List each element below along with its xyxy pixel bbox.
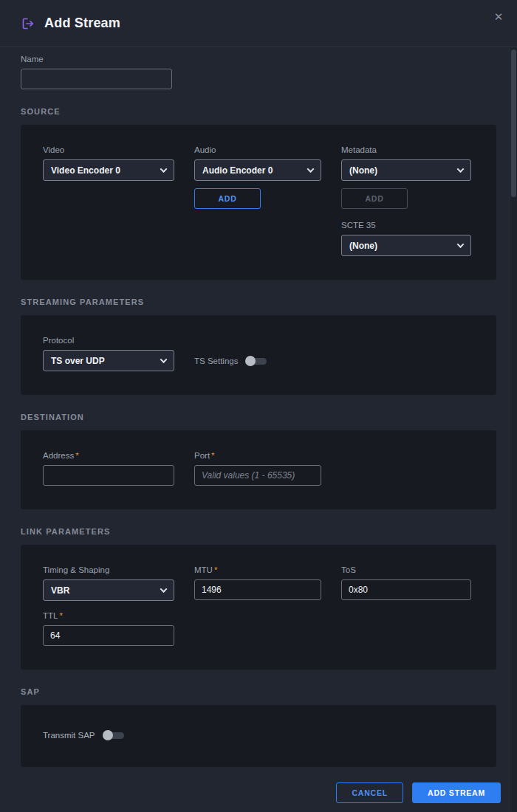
dialog-content: Name SOURCE Video Video Encoder 0 [0,55,517,767]
source-section-header: SOURCE [21,107,496,116]
audio-field: Audio Audio Encoder 0 ADD [194,145,321,256]
source-panel: Video Video Encoder 0 Audio Audio Encode… [21,125,496,280]
dialog-footer: CANCEL ADD STREAM [336,782,501,803]
cancel-button[interactable]: CANCEL [336,782,403,803]
address-label: Address* [43,451,174,461]
name-label: Name [21,55,496,64]
video-select-value: Video Encoder 0 [51,165,120,176]
tos-label: ToS [341,565,471,575]
ttl-label: TTL* [43,611,174,621]
name-input[interactable] [21,69,172,89]
timing-shaping-field: Timing & Shaping VBR [43,565,174,601]
ttl-field: TTL* [43,611,174,646]
destination-panel: Address* Port* [21,430,496,509]
chevron-down-icon [457,241,465,248]
scte35-select-value: (None) [349,241,377,251]
scte35-label: SCTE 35 [341,221,471,230]
mtu-input[interactable] [194,579,321,600]
protocol-select-value: TS over UDP [51,356,105,366]
protocol-field: Protocol TS over UDP [43,336,174,371]
dialog-header: Add Stream ✕ [0,0,517,47]
add-stream-button[interactable]: ADD STREAM [412,782,501,803]
transmit-sap-toggle[interactable] [103,730,125,740]
port-label: Port* [194,451,321,461]
audio-label: Audio [194,145,321,155]
transmit-sap-row: Transmit SAP [43,730,474,740]
link-parameters-section-header: LINK PARAMETERS [21,527,496,536]
mtu-label: MTU* [194,565,321,575]
video-select[interactable]: Video Encoder 0 [43,159,174,181]
page-title: Add Stream [44,16,120,31]
required-marker: * [211,451,214,460]
audio-select[interactable]: Audio Encoder 0 [194,159,321,181]
timing-shaping-label: Timing & Shaping [43,565,174,575]
address-input[interactable] [43,465,174,486]
protocol-label: Protocol [43,336,174,345]
scte35-select[interactable]: (None) [341,235,471,256]
required-marker: * [214,565,217,574]
address-field: Address* [43,451,174,486]
transmit-sap-label: Transmit SAP [43,731,95,740]
ts-settings-toggle[interactable] [245,356,267,366]
port-field: Port* [194,451,321,486]
scrollbar-thumb[interactable] [511,49,516,197]
timing-shaping-select[interactable]: VBR [43,579,174,601]
protocol-select[interactable]: TS over UDP [43,350,174,371]
scrollbar-track[interactable] [510,48,517,812]
metadata-label: Metadata [341,145,471,155]
link-parameters-panel: Timing & Shaping VBR MTU* ToS [21,545,496,670]
add-audio-button[interactable]: ADD [194,188,261,209]
ts-settings-row: TS Settings [194,350,321,371]
tos-input[interactable] [341,579,471,600]
toggle-knob [245,356,256,366]
required-marker: * [59,611,62,620]
tos-field: ToS [341,565,471,601]
ttl-input[interactable] [43,625,174,646]
audio-select-value: Audio Encoder 0 [202,165,273,176]
port-input[interactable] [194,465,321,486]
streaming-parameters-panel: Protocol TS over UDP TS Settings [21,315,496,395]
destination-section-header: DESTINATION [21,413,496,422]
video-field: Video Video Encoder 0 [43,145,174,256]
add-stream-icon [21,16,35,31]
sap-panel: Transmit SAP [21,705,496,767]
chevron-down-icon [457,165,465,173]
required-marker: * [75,451,78,460]
chevron-down-icon [160,356,168,363]
sap-section-header: SAP [21,687,496,696]
toggle-knob [103,730,113,740]
add-stream-dialog: Add Stream ✕ Name SOURCE Video Video Enc… [0,0,517,812]
video-label: Video [43,145,174,155]
metadata-select[interactable]: (None) [341,159,471,181]
chevron-down-icon [160,165,168,173]
add-metadata-button: ADD [341,188,408,209]
metadata-select-value: (None) [349,165,377,176]
streaming-parameters-section-header: STREAMING PARAMETERS [21,297,496,306]
mtu-field: MTU* [194,565,321,601]
metadata-field: Metadata (None) ADD SCTE 35 (None) [341,145,471,256]
timing-shaping-select-value: VBR [51,585,69,596]
close-icon[interactable]: ✕ [490,9,507,25]
chevron-down-icon [307,165,315,173]
ts-settings-label: TS Settings [194,357,238,365]
chevron-down-icon [160,585,168,593]
